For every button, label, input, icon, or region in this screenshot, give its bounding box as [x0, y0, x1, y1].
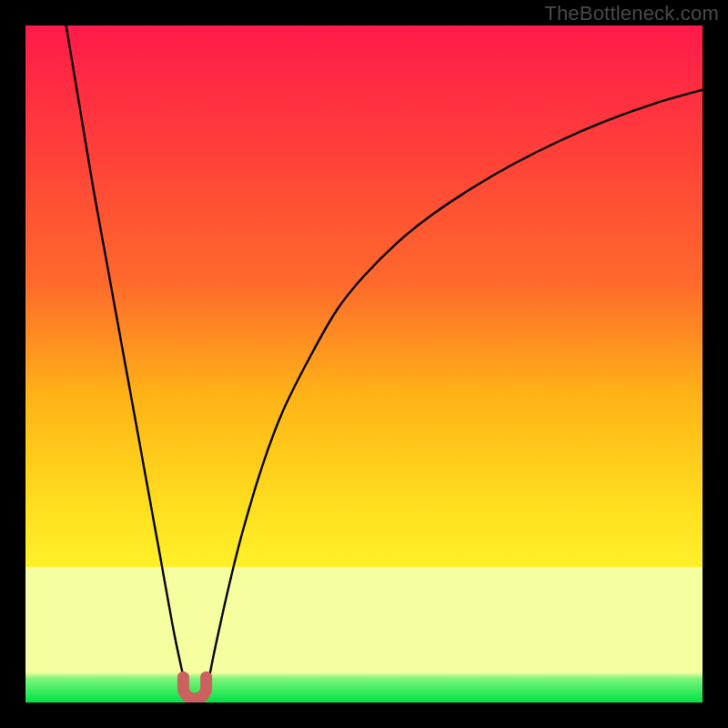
chart-svg: [25, 25, 703, 703]
gradient-background: [25, 25, 703, 703]
watermark-text: TheBottleneck.com: [544, 2, 719, 25]
plot-area: [25, 25, 703, 703]
chart-container: TheBottleneck.com: [0, 0, 728, 728]
